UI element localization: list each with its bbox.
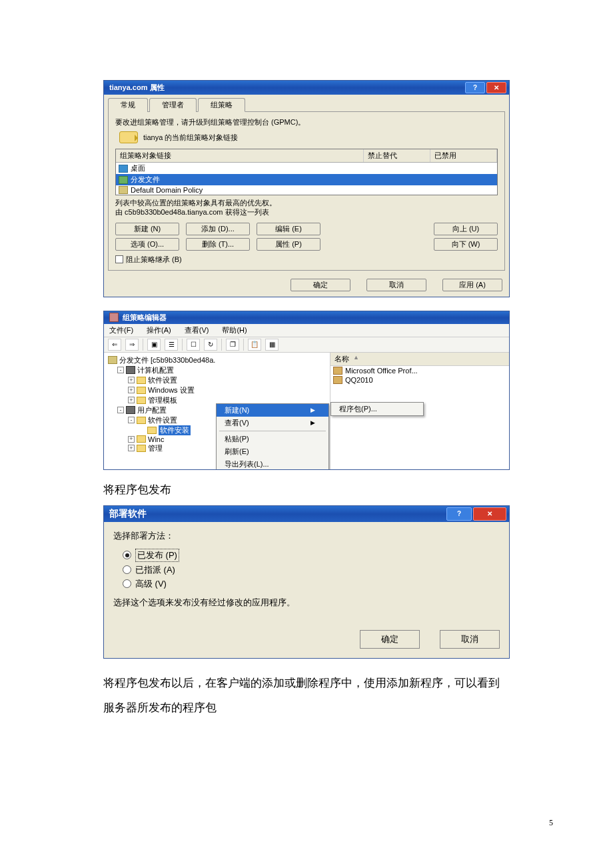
properties-icon[interactable]: ☐: [187, 339, 200, 351]
tab-group-policy[interactable]: 组策略: [198, 98, 245, 112]
options-button[interactable]: 选项 (O)...: [115, 238, 179, 251]
tab-strip: 常规 管理者 组策略: [104, 95, 509, 111]
details-pane: 名称▲ Microsoft Office Prof... QQ2010 程序包(…: [330, 353, 509, 469]
menu-item-new[interactable]: 新建(N)▶: [217, 404, 328, 417]
cancel-button[interactable]: 取消: [440, 630, 500, 649]
toolbar: ⇐ ⇒ ▣ ☰ ☐ ↻ ❐ 📋 ▦: [104, 337, 509, 353]
titlebar[interactable]: 组策略编辑器: [104, 311, 509, 324]
paste-icon[interactable]: 📋: [248, 339, 261, 351]
submenu-new: 程序包(P)...: [330, 402, 424, 416]
copy-icon[interactable]: ❐: [226, 339, 239, 351]
collapse-icon[interactable]: -: [117, 407, 124, 413]
ok-button[interactable]: 确定: [291, 279, 350, 291]
radio-assigned[interactable]: [123, 565, 131, 574]
computer-config-icon: [126, 366, 135, 374]
cancel-button[interactable]: 取消: [366, 279, 426, 291]
collapse-icon[interactable]: -: [117, 367, 124, 373]
radio-advanced[interactable]: [123, 579, 131, 588]
expand-icon[interactable]: +: [128, 377, 135, 383]
col-name[interactable]: 名称: [334, 354, 349, 364]
close-icon[interactable]: ✕: [486, 82, 506, 93]
refresh-icon[interactable]: ↻: [204, 339, 217, 351]
list-item[interactable]: 桌面: [116, 163, 497, 174]
policy-icon: [119, 176, 128, 184]
properties-dialog: tianya.com 属性 ? ✕ 常规 管理者 组策略 要改进组策略管理，请升…: [103, 80, 510, 297]
menu-item-view[interactable]: 查看(V)▶: [217, 417, 328, 429]
help-icon[interactable]: ?: [465, 82, 485, 93]
priority-note: 列表中较高位置的组策略对象具有最高的优先权。: [115, 198, 498, 207]
gpmc-notice: 要改进组策略管理，请升级到组策略管理控制台 (GPMC)。: [115, 117, 498, 127]
menu-bar: 文件(F) 操作(A) 查看(V) 帮助(H): [104, 324, 509, 337]
menu-help[interactable]: 帮助(H): [222, 325, 247, 335]
radio-published[interactable]: [123, 551, 131, 559]
menu-view[interactable]: 查看(V): [185, 325, 209, 335]
properties-button[interactable]: 属性 (P): [257, 238, 320, 251]
titlebar[interactable]: tianya.com 属性 ? ✕: [104, 81, 509, 95]
down-button[interactable]: 向下 (W): [434, 238, 498, 251]
details-icon[interactable]: ▦: [265, 339, 279, 351]
block-inherit-checkbox[interactable]: [115, 255, 123, 263]
up-button[interactable]: 向上 (U): [434, 223, 498, 235]
tree-view[interactable]: 分发文件 [c5b9b330b0ed48a. -计算机配置 +软件设置 +Win…: [104, 353, 330, 469]
caption-publish: 将程序包发布: [103, 481, 510, 499]
radio-assigned-label: 已指派 (A): [135, 564, 175, 576]
deploy-description: 选择这个选项来发布没有经过修改的应用程序。: [113, 597, 500, 609]
list-icon[interactable]: ☰: [165, 339, 178, 351]
menu-item-export[interactable]: 导出列表(L)...: [217, 458, 328, 469]
col-gpo-link[interactable]: 组策略对象链接: [116, 149, 364, 162]
list-item[interactable]: QQ2010: [330, 375, 509, 385]
tab-general[interactable]: 常规: [108, 98, 148, 112]
forward-icon[interactable]: ⇒: [125, 339, 139, 351]
ok-button[interactable]: 确定: [360, 630, 420, 649]
radio-advanced-label: 高级 (V): [135, 578, 167, 590]
radio-published-label: 已发布 (P): [135, 549, 179, 562]
tab-content: 要改进组策略管理，请升级到组策略管理控制台 (GPMC)。 tianya 的当前…: [108, 111, 505, 271]
app-icon: [109, 313, 119, 322]
tab-managers[interactable]: 管理者: [149, 98, 197, 112]
chevron-right-icon: ▶: [310, 419, 315, 426]
root-icon: [108, 356, 117, 364]
menu-item-package[interactable]: 程序包(P)...: [331, 403, 423, 415]
menu-file[interactable]: 文件(F): [109, 325, 133, 335]
col-disabled[interactable]: 已禁用: [430, 149, 497, 162]
titlebar[interactable]: 部署软件 ? ✕: [104, 506, 509, 522]
body-paragraph: 将程序包发布以后，在客户端的添加或删除程序中，使用添加新程序，可以看到服务器所发…: [103, 671, 510, 721]
list-item[interactable]: 分发文件: [116, 174, 497, 185]
tree-item-software-install[interactable]: 软件安装: [159, 425, 191, 435]
list-item[interactable]: Default Domain Policy: [116, 185, 497, 195]
window-title: tianya.com 属性: [109, 83, 165, 93]
group-policy-icon: [119, 186, 128, 194]
expand-icon[interactable]: +: [128, 445, 135, 451]
close-icon[interactable]: ✕: [473, 507, 506, 521]
col-no-override[interactable]: 禁止替代: [364, 149, 430, 162]
delete-button[interactable]: 删除 (T)...: [186, 238, 250, 251]
add-button[interactable]: 添加 (D)...: [186, 223, 250, 235]
menu-item-paste[interactable]: 粘贴(P): [217, 433, 328, 445]
page-number: 5: [549, 818, 553, 828]
expand-icon[interactable]: +: [128, 387, 135, 393]
source-note: 由 c5b9b330b0ed48a.tianya.com 获得这一列表: [115, 207, 498, 217]
collapse-icon[interactable]: -: [128, 417, 135, 423]
gpo-link-label: tianya 的当前组策略对象链接: [143, 133, 238, 143]
block-inherit-label: 阻止策略继承 (B): [126, 255, 182, 265]
gpo-list[interactable]: 组策略对象链接 禁止替代 已禁用 桌面 分发文件 Default Domain …: [115, 149, 498, 195]
menu-item-refresh[interactable]: 刷新(E): [217, 445, 328, 458]
user-config-icon: [126, 406, 135, 414]
new-button[interactable]: 新建 (N): [115, 223, 179, 235]
help-icon[interactable]: ?: [446, 507, 472, 521]
apply-button[interactable]: 应用 (A): [442, 279, 502, 291]
folder-icon: [137, 417, 146, 424]
list-item[interactable]: Microsoft Office Prof...: [330, 366, 509, 375]
back-icon[interactable]: ⇐: [108, 339, 121, 351]
expand-icon[interactable]: +: [128, 436, 135, 443]
menu-action[interactable]: 操作(A): [147, 325, 171, 335]
deploy-method-label: 选择部署方法：: [113, 530, 500, 542]
gpedit-window: 组策略编辑器 文件(F) 操作(A) 查看(V) 帮助(H) ⇐ ⇒ ▣ ☰ ☐…: [103, 311, 510, 470]
expand-icon[interactable]: +: [128, 397, 135, 403]
deploy-dialog: 部署软件 ? ✕ 选择部署方法： 已发布 (P) 已指派 (A) 高级 (V) …: [103, 505, 510, 659]
folder-icon: [137, 387, 146, 394]
folder-icon: [147, 427, 157, 434]
up-folder-icon[interactable]: ▣: [147, 339, 161, 351]
package-icon: [333, 376, 342, 384]
edit-button[interactable]: 编辑 (E): [257, 223, 320, 235]
